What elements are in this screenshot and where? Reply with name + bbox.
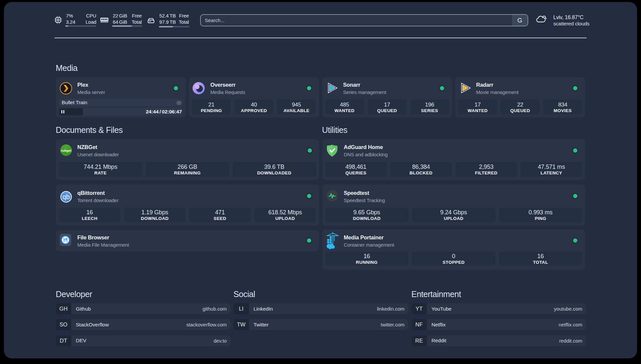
svg-text:nzbget: nzbget: [61, 149, 72, 152]
svg-text:qb: qb: [62, 193, 70, 200]
